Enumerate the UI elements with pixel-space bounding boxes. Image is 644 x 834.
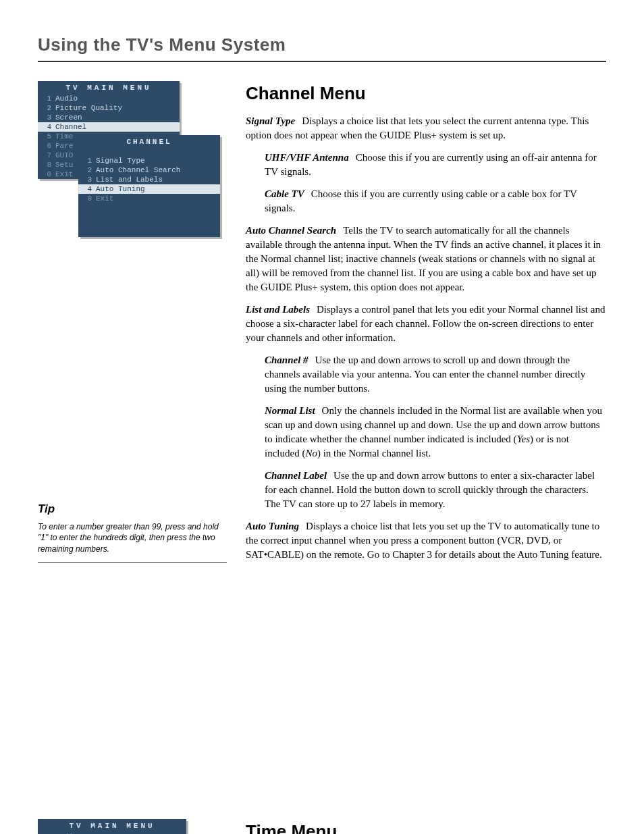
tv-main-title-2: TV MAIN MENU: [38, 819, 186, 832]
tv-main-title: TV MAIN MENU: [38, 81, 180, 94]
uhf-para: UHF/VHF AntennaChoose this if you are cu…: [265, 151, 606, 179]
signal-type-para: Signal TypeDisplays a choice list that l…: [246, 114, 606, 142]
auto-channel-search-para: Auto Channel SearchTells the TV to searc…: [246, 224, 606, 294]
tv-menu-channel-screenshot: TV MAIN MENU 1Audio 2Picture Quality 3Sc…: [38, 81, 227, 236]
tip-heading: Tip: [38, 501, 227, 517]
tip-body: To enter a number greater than 99, press…: [38, 521, 227, 563]
tv-menu-time-screenshot: TV MAIN MENU 1Audio 2Picture Quality 3Sc…: [38, 819, 227, 834]
page-title: Using the TV's Menu System: [38, 32, 606, 62]
cable-para: Cable TVChoose this if you are currently…: [265, 187, 606, 215]
channel-menu-heading: Channel Menu: [246, 81, 606, 105]
time-menu-heading: Time Menu: [246, 819, 606, 834]
tv-sub-title-channel: CHANNEL: [78, 135, 220, 148]
